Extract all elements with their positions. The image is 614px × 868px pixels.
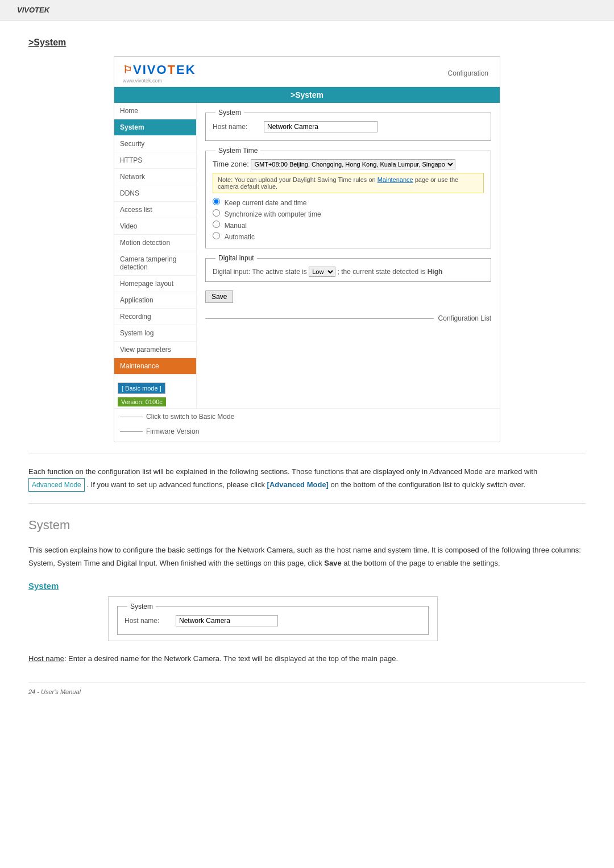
- sidebar-item-maintenance[interactable]: Maintenance: [114, 358, 196, 375]
- logo-bar: ⚐ VIVOTEK www.vivotek.com Configuration: [114, 57, 500, 87]
- vivotek-logo: ⚐ VIVOTEK www.vivotek.com: [123, 63, 196, 84]
- main-content: >System ⚐ VIVOTEK www.vivotek.com Config…: [0, 20, 614, 712]
- sidebar: Home System Security HTTPS Network DDNS …: [114, 103, 197, 408]
- panel-annotations-row: Click to switch to Basic Mode: [114, 408, 500, 425]
- config-panel: ⚐ VIVOTEK www.vivotek.com Configuration …: [114, 56, 500, 442]
- panel-body: Home System Security HTTPS Network DDNS …: [114, 103, 500, 408]
- system-legend: System: [215, 109, 244, 117]
- host-name-row: Host name:: [213, 121, 484, 132]
- small-system-legend: System: [127, 603, 156, 610]
- advanced-mode-title: >System: [28, 38, 586, 48]
- advanced-mode-badge: Advanced Mode: [28, 478, 85, 492]
- detected-state: High: [428, 268, 443, 276]
- radio-keep-current: Keep current date and time: [213, 198, 484, 207]
- sidebar-item-view-parameters[interactable]: View parameters: [114, 342, 196, 358]
- system-time-legend: System Time: [215, 147, 260, 155]
- config-label: Configuration: [448, 69, 491, 77]
- advanced-mode-link[interactable]: [Advanced Mode]: [267, 480, 329, 489]
- system-header-bar: >System: [114, 87, 500, 103]
- radio-automatic-input[interactable]: [213, 232, 220, 239]
- small-system-fieldset: System Host name:: [117, 603, 429, 635]
- digital-input-legend: Digital input: [215, 254, 257, 262]
- sidebar-item-video[interactable]: Video: [114, 218, 196, 235]
- sidebar-item-system-log[interactable]: System log: [114, 325, 196, 342]
- radio-sync-computer-label: Synchronize with computer time: [225, 210, 321, 218]
- system-subsection-title: System: [28, 581, 586, 591]
- config-list-section: Configuration List: [205, 312, 491, 325]
- host-name-input[interactable]: [264, 121, 377, 132]
- radio-manual-label: Manual: [225, 222, 247, 230]
- sidebar-item-network[interactable]: Network: [114, 169, 196, 185]
- basic-mode-annotation: Click to switch to Basic Mode: [120, 413, 234, 421]
- logo-icon: ⚐: [123, 64, 132, 76]
- sidebar-item-system[interactable]: System: [114, 119, 196, 136]
- radio-keep-current-input[interactable]: [213, 198, 220, 205]
- radio-sync-computer-input[interactable]: [213, 209, 220, 217]
- radio-manual: Manual: [213, 221, 484, 230]
- system-fieldset: System Host name:: [205, 109, 491, 141]
- logo-website: www.vivotek.com: [123, 78, 196, 84]
- radio-automatic: Automatic: [213, 232, 484, 241]
- firmware-annotation-row: Firmware Version: [114, 425, 500, 442]
- sidebar-item-camera-tampering[interactable]: Camera tampering detection: [114, 251, 196, 276]
- annotation-dash-1: [120, 417, 143, 417]
- host-name-label: Host name:: [213, 123, 264, 131]
- annotation-dash-2: [120, 431, 143, 432]
- small-host-name-row: Host name:: [125, 615, 421, 626]
- logo-text: VIVOTEK: [133, 63, 196, 77]
- sidebar-item-https[interactable]: HTTPS: [114, 152, 196, 169]
- radio-sync-computer: Synchronize with computer time: [213, 209, 484, 218]
- timezone-row: Time zone: GMT+08:00 Beijing, Chongqing,…: [213, 159, 484, 169]
- sidebar-item-home[interactable]: Home: [114, 103, 196, 119]
- config-list-divider-left: [205, 318, 434, 319]
- sidebar-item-security[interactable]: Security: [114, 136, 196, 152]
- timezone-label: Time zone:: [213, 160, 251, 168]
- small-host-name-label: Host name:: [125, 617, 176, 625]
- firmware-annotation-text: Firmware Version: [146, 427, 199, 435]
- digital-input-fieldset: Digital input Digital input: The active …: [205, 254, 491, 282]
- system-section-title: System: [28, 518, 586, 535]
- page-footer: 24 - User's Manual: [28, 682, 586, 695]
- footer-text: 24 - User's Manual: [28, 688, 81, 695]
- divider-2: [28, 503, 586, 504]
- top-header: VIVOTEK: [0, 0, 614, 20]
- small-config-panel: System Host name:: [108, 596, 438, 641]
- panel-main: System Host name: System Time Time zone:…: [197, 103, 500, 408]
- brand-name: VIVOTEK: [17, 6, 49, 14]
- system-time-fieldset: System Time Time zone: GMT+08:00 Beijing…: [205, 147, 491, 248]
- firmware-annotation: Firmware Version: [120, 427, 199, 435]
- radio-manual-input[interactable]: [213, 221, 220, 228]
- body-paragraph-1: Each function on the configuration list …: [28, 466, 586, 492]
- version-label: Version: 0100c: [118, 397, 166, 407]
- timezone-select[interactable]: GMT+08:00 Beijing, Chongqing, Hong Kong,…: [251, 159, 455, 169]
- sidebar-item-ddns[interactable]: DDNS: [114, 185, 196, 202]
- radio-keep-current-label: Keep current date and time: [225, 199, 307, 207]
- sidebar-item-homepage-layout[interactable]: Homepage layout: [114, 276, 196, 292]
- save-button[interactable]: Save: [205, 290, 233, 303]
- maintenance-link[interactable]: Maintenance: [377, 176, 413, 183]
- sidebar-item-access-list[interactable]: Access list: [114, 202, 196, 218]
- host-desc: Host name: Enter a desired name for the …: [28, 653, 586, 665]
- digital-state-select[interactable]: Low High: [309, 267, 335, 277]
- sidebar-item-application[interactable]: Application: [114, 292, 196, 309]
- sidebar-item-recording[interactable]: Recording: [114, 309, 196, 325]
- radio-automatic-label: Automatic: [225, 233, 255, 241]
- basic-mode-annotation-text: Click to switch to Basic Mode: [146, 413, 234, 421]
- host-name-anchor: Host name: [28, 654, 64, 663]
- divider-1: [28, 454, 586, 454]
- daylight-note: Note: You can upload your Daylight Savin…: [213, 173, 484, 193]
- small-host-name-input[interactable]: [176, 615, 278, 626]
- sidebar-item-motion-detection[interactable]: Motion detection: [114, 235, 196, 251]
- save-bold: Save: [324, 559, 341, 567]
- basic-mode-button[interactable]: [ Basic mode ]: [118, 383, 165, 394]
- config-list-label: Configuration List: [438, 314, 491, 322]
- digital-input-text: Digital input: The active state is Low H…: [213, 267, 484, 277]
- config-list-line: Configuration List: [205, 312, 491, 325]
- system-description: This section explains how to configure t…: [28, 544, 586, 569]
